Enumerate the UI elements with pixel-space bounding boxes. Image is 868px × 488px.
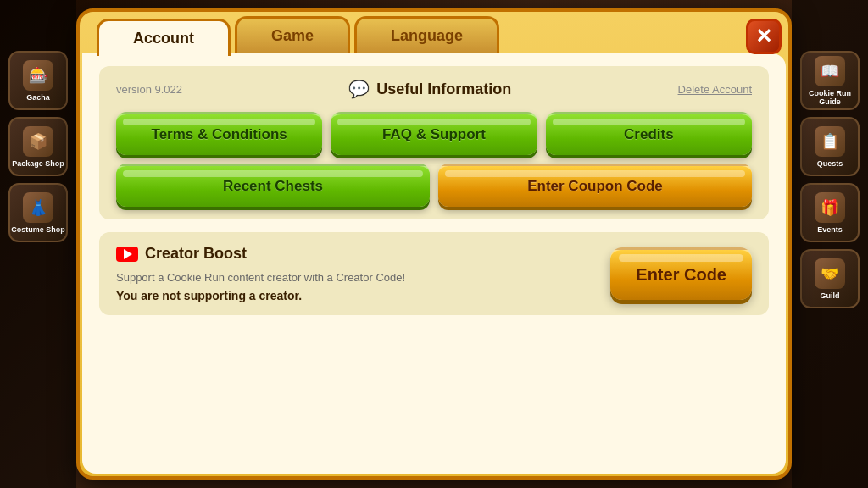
package-shop-icon: 📦 — [23, 126, 53, 157]
tab-account[interactable]: Account — [97, 19, 231, 56]
useful-info-section: version 9.022 💬 Useful Information Delet… — [99, 66, 769, 219]
sidebar-item-events[interactable]: 🎁 Events — [800, 183, 860, 242]
terms-conditions-button[interactable]: Terms & Conditions — [116, 112, 322, 155]
sidebar-item-package-shop[interactable]: 📦 Package Shop — [8, 117, 68, 176]
enter-code-button[interactable]: Enter Code — [610, 247, 752, 300]
creator-title-text: Creator Boost — [145, 245, 247, 263]
settings-modal: ✕ Account Game Language version 9.022 💬 … — [76, 8, 792, 480]
credits-button[interactable]: Credits — [546, 112, 752, 155]
youtube-icon — [116, 247, 138, 262]
recent-chests-button[interactable]: Recent Chests — [116, 164, 430, 207]
creator-status: You are not supporting a creator. — [116, 289, 593, 302]
guide-label: Cookie Run Guide — [802, 89, 858, 106]
creator-info: Creator Boost Support a Cookie Run conte… — [116, 245, 593, 302]
buttons-row-2: Recent Chests Enter Coupon Code — [116, 164, 752, 207]
version-text: version 9.022 — [116, 83, 182, 96]
sidebar-item-guide[interactable]: 📖 Cookie Run Guide — [800, 51, 860, 110]
creator-description: Support a Cookie Run content creator wit… — [116, 271, 593, 284]
tab-game[interactable]: Game — [235, 16, 350, 53]
buttons-row-1: Terms & Conditions FAQ & Support Credits — [116, 112, 752, 155]
guild-label: Guild — [821, 291, 840, 300]
faq-support-button[interactable]: FAQ & Support — [331, 112, 537, 155]
youtube-play-triangle — [124, 249, 132, 259]
creator-boost-section: Creator Boost Support a Cookie Run conte… — [99, 232, 769, 315]
costume-shop-icon: 👗 — [23, 192, 53, 223]
guild-icon: 🤝 — [815, 258, 845, 289]
quests-icon: 📋 — [815, 126, 845, 157]
right-sidebar: 📖 Cookie Run Guide 📋 Quests 🎁 Events 🤝 G… — [792, 0, 868, 488]
modal-content: version 9.022 💬 Useful Information Delet… — [82, 53, 786, 474]
gacha-icon: 🎰 — [23, 60, 53, 91]
package-shop-label: Package Shop — [12, 159, 64, 168]
events-label: Events — [817, 225, 843, 234]
guide-icon: 📖 — [815, 56, 845, 86]
tab-language[interactable]: Language — [354, 16, 499, 53]
sidebar-item-quests[interactable]: 📋 Quests — [800, 117, 860, 176]
section-header: version 9.022 💬 Useful Information Delet… — [116, 79, 752, 99]
close-button[interactable]: ✕ — [746, 19, 782, 54]
sidebar-item-gacha[interactable]: 🎰 Gacha — [8, 51, 68, 110]
tabs-row: Account Game Language — [80, 12, 788, 53]
quests-label: Quests — [817, 159, 843, 168]
creator-title: Creator Boost — [116, 245, 593, 263]
gacha-label: Gacha — [26, 93, 50, 102]
buttons-grid: Terms & Conditions FAQ & Support Credits… — [116, 112, 752, 207]
info-icon: 💬 — [348, 79, 370, 99]
delete-account-link[interactable]: Delete Account — [678, 83, 752, 96]
left-sidebar: 🎰 Gacha 📦 Package Shop 👗 Costume Shop — [0, 0, 76, 488]
enter-coupon-button[interactable]: Enter Coupon Code — [438, 164, 752, 207]
section-title: 💬 Useful Information — [348, 79, 511, 99]
section-title-text: Useful Information — [376, 80, 511, 98]
sidebar-item-costume-shop[interactable]: 👗 Costume Shop — [8, 183, 68, 242]
events-icon: 🎁 — [815, 192, 845, 223]
costume-shop-label: Costume Shop — [11, 225, 65, 234]
sidebar-item-guild[interactable]: 🤝 Guild — [800, 249, 860, 308]
